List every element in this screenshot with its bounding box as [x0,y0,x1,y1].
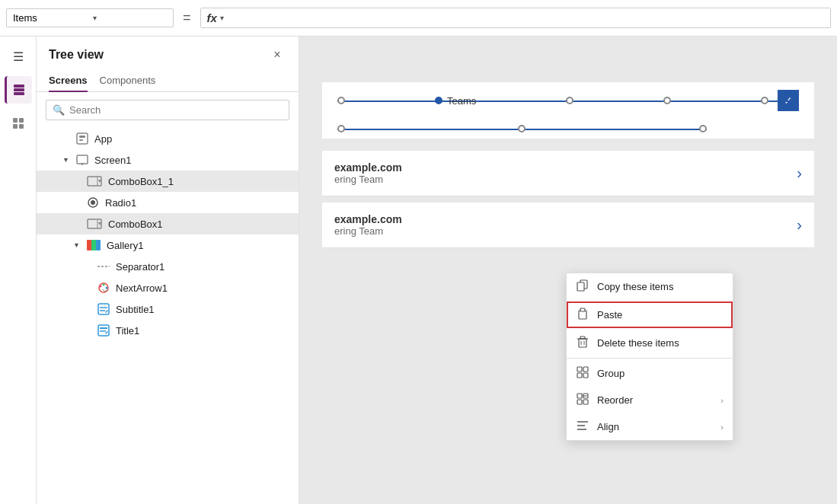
tree-item-combobox1[interactable]: ComboBox1 [37,213,299,234]
tree-item-subtitle1[interactable]: Subtitle1 [37,298,299,320]
chevron-right-2: › [797,216,802,234]
tree-header: Tree view × [37,37,299,70]
components-button[interactable] [5,110,32,137]
fx-chevron-icon: ▾ [220,14,224,22]
dot3 [699,125,707,132]
tabs: Screens Components [37,70,299,92]
tab-components[interactable]: Components [100,70,156,92]
list-item-1-domain: example.com [334,161,402,174]
svg-rect-5 [13,124,18,129]
menu-divider [567,358,733,359]
formula-bar[interactable]: fx ▾ [200,8,831,28]
svg-rect-47 [583,373,588,378]
svg-rect-1 [14,88,24,91]
tree-item-nextarrow1[interactable]: NextArrow1 [37,277,299,298]
tree-panel: Tree view × Screens Components 🔍 App [37,37,299,504]
svg-point-26 [100,285,102,288]
item-label-radio1: Radio1 [105,197,136,209]
tree-item-combobox1-1[interactable]: ComboBox1_1 [37,171,299,192]
item-label-gallery1: Gallery1 [107,240,143,251]
svg-rect-9 [79,139,83,141]
radio-dot-4 [663,97,671,104]
align-label: Align [597,421,713,432]
search-input[interactable] [69,104,283,116]
tree-item-gallery1[interactable]: ▼ Gallery1 [37,234,299,256]
item-label-combobox1: ComboBox1 [108,219,163,230]
svg-rect-51 [583,400,588,404]
item-label-nextarrow1: NextArrow1 [116,282,168,294]
equals-sign: = [183,10,191,26]
radio-dots2 [337,125,707,132]
top-bar: Items ▾ = fx ▾ [0,0,837,37]
nextarrow-icon [97,282,110,294]
context-menu-align[interactable]: Align › [567,413,733,440]
svg-rect-36 [577,282,584,291]
svg-point-27 [103,284,105,286]
fx-label: fx [207,11,217,24]
expand-icon: ▼ [73,241,84,249]
items-dropdown-label: Items [13,12,87,24]
reorder-icon [576,393,589,407]
align-icon [576,419,589,434]
gallery-icon [87,240,101,250]
list-item-2[interactable]: example.com ering Team › [322,203,814,248]
radio-dot-5 [761,97,768,104]
tree-item-radio1[interactable]: Radio1 [37,192,299,213]
copy-label: Copy these items [597,281,724,292]
screen-icon [76,154,88,166]
canvas-area: Teams ✓ [299,37,837,504]
group-icon [576,366,589,381]
paste-label: Paste [597,309,724,321]
radio-dot-filled [435,97,442,104]
context-menu-copy[interactable]: Copy these items [567,273,733,300]
subtitle-icon [97,303,110,315]
radio-dot-3 [566,97,573,104]
radio-icon [87,196,99,209]
svg-rect-22 [91,240,96,250]
radio-dots-container: Teams ✓ [337,90,799,111]
svg-rect-4 [19,118,24,123]
tree-item-app[interactable]: App [37,128,299,149]
svg-rect-48 [577,394,582,398]
svg-rect-32 [98,325,109,336]
chevron-right-1: › [797,164,802,182]
layers-button[interactable] [5,76,32,104]
item-label-title1: Title1 [116,325,139,337]
item-label-separator1: Separator1 [116,261,165,273]
svg-rect-38 [580,308,585,311]
dropdown-chevron-icon: ▾ [93,14,167,22]
list-item-1-text: example.com ering Team [334,161,402,185]
radio-bar2 [322,119,814,139]
context-menu: Copy these items Paste Delete these item… [566,273,733,441]
list-item-1-sub: ering Team [334,174,402,185]
items-dropdown[interactable]: Items ▾ [6,8,174,27]
tab-screens[interactable]: Screens [49,70,88,92]
tree-item-title1[interactable]: Title1 [37,320,299,341]
align-submenu-arrow: › [720,423,724,432]
dot1 [337,125,345,132]
context-menu-delete[interactable]: Delete these items [567,330,733,356]
context-menu-group[interactable]: Group [567,360,733,387]
tree-title: Tree view [49,48,104,62]
svg-rect-45 [583,367,588,372]
combobox2-icon [87,219,102,229]
svg-rect-3 [13,118,18,123]
title-icon [97,324,110,337]
search-bar[interactable]: 🔍 [46,100,289,120]
tree-item-separator1[interactable]: Separator1 [37,256,299,277]
left-toolbar: ☰ [0,37,37,504]
list-item-2-domain: example.com [334,213,402,225]
svg-rect-21 [87,240,91,250]
paste-icon [576,308,589,322]
delete-icon [576,336,589,350]
svg-point-17 [91,200,95,205]
tree-item-screen1[interactable]: ▼ Screen1 [37,149,299,171]
list-item-1[interactable]: example.com ering Team › [322,151,814,196]
svg-rect-8 [79,136,85,138]
close-button[interactable]: × [268,46,286,64]
hamburger-button[interactable]: ☰ [5,43,32,70]
search-icon: 🔍 [53,104,65,116]
tree-items: App ▼ Screen1 [37,128,299,504]
context-menu-paste[interactable]: Paste [567,301,733,328]
context-menu-reorder[interactable]: Reorder › [567,387,733,413]
